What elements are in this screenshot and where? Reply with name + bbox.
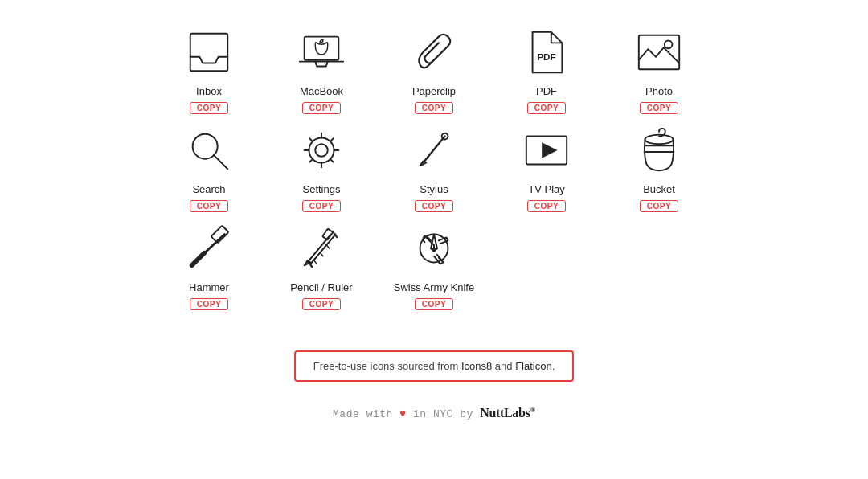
icon-cell-pdf: PDF PDF COPY: [494, 24, 599, 114]
bucket-copy-button[interactable]: COPY: [640, 200, 678, 212]
icon-cell-paperclip: Paperclip COPY: [382, 24, 486, 114]
paperclip-copy-button[interactable]: COPY: [415, 102, 453, 114]
stylus-icon: [406, 122, 462, 178]
svg-line-25: [320, 252, 323, 256]
heart-icon: ♥: [399, 408, 406, 420]
stylus-copy-button[interactable]: COPY: [415, 200, 453, 212]
icon-cell-photo: Photo COPY: [607, 24, 711, 114]
svg-point-7: [315, 144, 328, 157]
svg-rect-0: [190, 34, 228, 72]
hammer-icon: [181, 220, 237, 276]
pencilruler-label: Pencil / Ruler: [290, 281, 352, 293]
brand-sup: ®: [530, 406, 535, 414]
tvplay-label: TV Play: [528, 183, 565, 195]
macbook-icon: [293, 24, 350, 80]
svg-text:PDF: PDF: [537, 51, 555, 62]
pdf-copy-button[interactable]: COPY: [527, 102, 566, 114]
macbook-copy-button[interactable]: COPY: [302, 102, 341, 114]
inbox-copy-button[interactable]: COPY: [190, 102, 228, 114]
made-with-footer: Made with ♥ in NYC by NuttLabs®: [333, 406, 535, 420]
bucket-label: Bucket: [643, 183, 675, 195]
footer-middle: and: [492, 360, 515, 372]
pdf-icon: PDF: [518, 24, 575, 80]
macbook-label: MacBook: [300, 85, 343, 97]
search-copy-button[interactable]: COPY: [190, 200, 228, 212]
photo-label: Photo: [645, 85, 673, 97]
svg-line-18: [192, 253, 205, 266]
svg-line-9: [423, 137, 444, 163]
swissknife-label: Swiss Army Knife: [394, 281, 474, 293]
icon-cell-pencilruler: Pencil / Ruler COPY: [269, 220, 374, 310]
hammer-copy-button[interactable]: COPY: [190, 298, 228, 310]
settings-label: Settings: [303, 183, 341, 195]
svg-line-24: [313, 260, 317, 264]
svg-rect-17: [211, 226, 229, 244]
svg-marker-12: [542, 142, 557, 158]
tvplay-copy-button[interactable]: COPY: [527, 200, 566, 212]
icon-cell-settings: Settings COPY: [269, 122, 374, 212]
icon-cell-hammer: Hammer COPY: [157, 220, 261, 310]
photo-icon: [631, 24, 687, 80]
icon-cell-search: Search COPY: [157, 122, 261, 212]
brand-label: NuttLabs®: [480, 406, 535, 420]
brand-name: NuttLabs: [480, 406, 530, 420]
photo-copy-button[interactable]: COPY: [640, 102, 678, 114]
inbox-icon: [181, 24, 237, 80]
paperclip-icon: [406, 24, 462, 80]
stylus-label: Stylus: [420, 183, 448, 195]
icons8-link[interactable]: Icons8: [461, 360, 492, 372]
icon-grid: Inbox COPY MacBook COPY Paperclip COPY: [157, 0, 711, 326]
footer-suffix: .: [552, 360, 555, 372]
icon-cell-inbox: Inbox COPY: [157, 24, 261, 114]
search-icon: [181, 122, 237, 178]
tvplay-icon: [518, 122, 575, 178]
icon-cell-bucket: Bucket COPY: [607, 122, 711, 212]
search-label: Search: [192, 183, 225, 195]
svg-line-6: [214, 155, 227, 169]
inbox-label: Inbox: [196, 85, 222, 97]
bucket-icon: [631, 122, 687, 178]
hammer-label: Hammer: [189, 281, 229, 293]
icon-cell-swissknife: Swiss Army Knife COPY: [382, 220, 486, 310]
made-with-suffix: in NYC by: [413, 408, 473, 420]
svg-line-26: [326, 244, 330, 248]
svg-point-4: [665, 40, 673, 48]
pencilruler-icon: [293, 220, 350, 276]
made-with-prefix: Made with: [333, 408, 393, 420]
icon-cell-macbook: MacBook COPY: [269, 24, 374, 114]
swissknife-copy-button[interactable]: COPY: [415, 298, 453, 310]
swissknife-icon: [406, 220, 462, 276]
settings-copy-button[interactable]: COPY: [302, 200, 341, 212]
settings-icon: [293, 122, 350, 178]
flaticon-link[interactable]: Flaticon: [515, 360, 552, 372]
pencilruler-copy-button[interactable]: COPY: [302, 298, 341, 310]
paperclip-label: Paperclip: [412, 85, 456, 97]
icon-cell-tvplay: TV Play COPY: [494, 122, 599, 212]
svg-point-8: [309, 138, 334, 163]
svg-line-21: [310, 235, 335, 264]
icon-cell-stylus: Stylus COPY: [382, 122, 486, 212]
footer-note: Free-to-use icons sourced from Icons8 an…: [294, 350, 575, 382]
svg-line-19: [308, 235, 331, 263]
footer-prefix: Free-to-use icons sourced from: [313, 360, 461, 372]
pdf-label: PDF: [536, 85, 557, 97]
